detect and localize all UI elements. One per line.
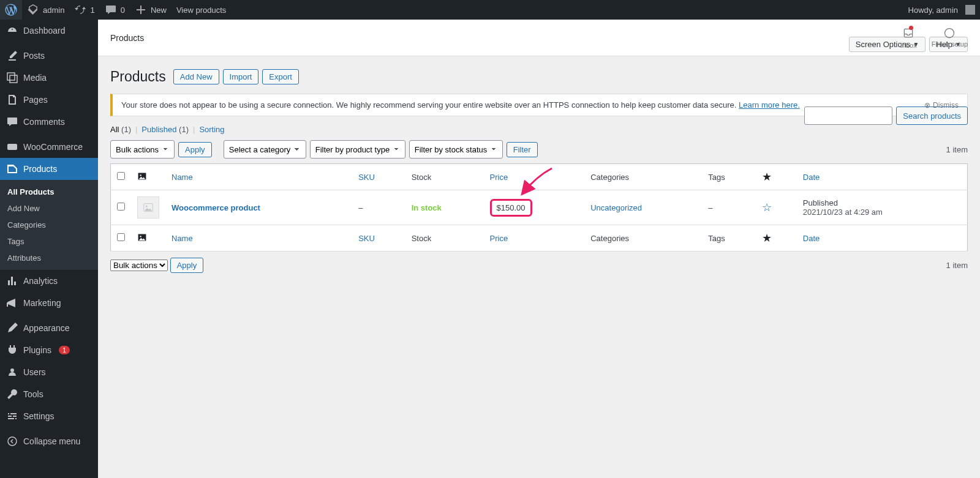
col-tags: Tags [702,164,756,190]
col-stock: Stock [405,164,484,190]
svg-point-1 [8,437,17,446]
menu-marketing[interactable]: Marketing [0,292,98,314]
product-date: 2021/10/23 at 4:29 am [803,207,961,217]
menu-collapse[interactable]: Collapse menu [0,430,98,452]
submenu-attributes[interactable]: Attributes [0,250,98,266]
site-name[interactable]: admin [22,0,69,20]
search-input[interactable] [804,106,892,125]
col-featured: ★ [756,225,797,252]
bulk-actions-select[interactable]: Bulk actions [110,140,175,159]
col-price[interactable]: Price [484,164,585,190]
comments-count: 0 [121,6,125,15]
new-label: New [151,6,167,15]
product-date-status: Published [803,198,961,207]
view-published[interactable]: Published (1) [141,125,189,134]
page-heading-row: Products Add New Import Export [110,69,968,85]
menu-dashboard[interactable]: Dashboard [0,20,98,42]
col-categories: Categories [584,225,702,252]
menu-plugins[interactable]: Plugins1 [0,339,98,361]
star-icon: ★ [762,171,772,183]
admin-toolbar: admin 1 0 New View products Howdy, admin [0,0,980,20]
filter-stock-select[interactable]: Filter by stock status [409,140,503,159]
bulk-actions-select-bottom[interactable]: Bulk actions [110,260,168,271]
menu-analytics[interactable]: Analytics [0,270,98,292]
content-body: Products Inbox Finish setup Screen Optio… [98,0,980,297]
star-icon: ★ [762,232,772,244]
select-all-checkbox-top[interactable] [117,172,125,180]
wp-logo[interactable] [0,0,22,20]
add-new-button[interactable]: Add New [173,69,219,84]
col-tags: Tags [702,225,756,252]
search-button[interactable]: Search products [896,106,968,125]
menu-products[interactable]: Products [0,158,98,180]
bulk-apply-button-bottom[interactable]: Apply [170,258,204,273]
menu-users[interactable]: Users [0,361,98,383]
featured-star-toggle[interactable]: ☆ [762,201,772,214]
woocommerce-header: Products Inbox Finish setup [98,20,980,56]
svg-point-9 [140,236,141,237]
filter-category-select[interactable]: Select a category [224,140,306,159]
menu-settings[interactable]: Settings [0,405,98,427]
col-sku[interactable]: SKU [352,225,405,252]
bulk-apply-button[interactable]: Apply [178,142,212,157]
export-button[interactable]: Export [262,69,299,84]
comments-bubble[interactable]: 0 [100,0,130,20]
menu-appearance[interactable]: Appearance [0,317,98,339]
col-name[interactable]: Name [165,225,352,252]
avatar-icon [965,5,975,15]
notice-dismiss[interactable]: ⊗Dismiss [924,101,959,110]
col-name[interactable]: Name [165,164,352,190]
products-table: Name SKU Stock Price Categories Tags ★ D… [110,163,968,252]
tablenav-bottom: Bulk actions Apply 1 item [110,258,968,273]
product-name-link[interactable]: Woocommerce product [172,203,260,212]
table-row[interactable]: Woocommerce product – In stock $150.00 U… [111,190,968,225]
view-all[interactable]: All (1) [110,125,131,134]
item-count-top: 1 item [946,145,968,154]
submenu-all-products[interactable]: All Products [0,184,98,200]
product-thumbnail[interactable] [137,196,159,218]
plugins-badge: 1 [59,346,70,354]
col-date[interactable]: Date [797,225,968,252]
filter-button[interactable]: Filter [507,142,538,157]
product-price: $150.00 [490,199,532,217]
view-products[interactable]: View products [172,0,231,20]
menu-comments[interactable]: Comments [0,111,98,133]
status-filter-links: All (1) | Published (1) | Sorting [110,125,804,134]
menu-tools[interactable]: Tools [0,383,98,405]
menu-posts[interactable]: Posts [0,45,98,67]
view-sorting[interactable]: Sorting [199,125,224,134]
menu-woocommerce[interactable]: WooCommerce [0,136,98,158]
updates[interactable]: 1 [69,0,99,20]
col-price[interactable]: Price [484,225,585,252]
tablenav-top: Bulk actions Apply Select a category Fil… [110,140,968,159]
col-categories: Categories [584,164,702,190]
filter-type-select[interactable]: Filter by product type [310,140,405,159]
product-stock: In stock [412,203,442,212]
select-all-checkbox-bottom[interactable] [117,233,125,241]
menu-pages[interactable]: Pages [0,89,98,111]
finish-setup-button[interactable]: Finish setup [932,27,968,49]
import-button[interactable]: Import [223,69,259,84]
svg-point-3 [945,28,954,37]
submenu-categories[interactable]: Categories [0,217,98,233]
image-column-icon [137,174,147,183]
menu-media[interactable]: Media [0,67,98,89]
admin-menu: Dashboard Posts Media Pages Comments Woo… [0,20,98,478]
svg-point-5 [140,174,141,176]
submenu-tags[interactable]: Tags [0,233,98,250]
image-column-icon [137,235,147,244]
page-heading: Products [110,69,166,85]
product-category-link[interactable]: Uncategorized [590,203,642,212]
new-content[interactable]: New [130,0,172,20]
wc-header-title: Products [110,33,144,43]
product-tags: – [702,190,756,225]
col-sku[interactable]: SKU [352,164,405,190]
submenu-add-new[interactable]: Add New [0,200,98,217]
row-checkbox[interactable] [117,203,125,211]
inbox-button[interactable]: Inbox [900,27,917,49]
howdy-account[interactable]: Howdy, admin [903,0,980,20]
col-stock: Stock [405,225,484,252]
col-date[interactable]: Date [797,164,968,190]
notice-learn-more-link[interactable]: Learn more here. [739,100,800,110]
item-count-bottom: 1 item [946,261,968,270]
